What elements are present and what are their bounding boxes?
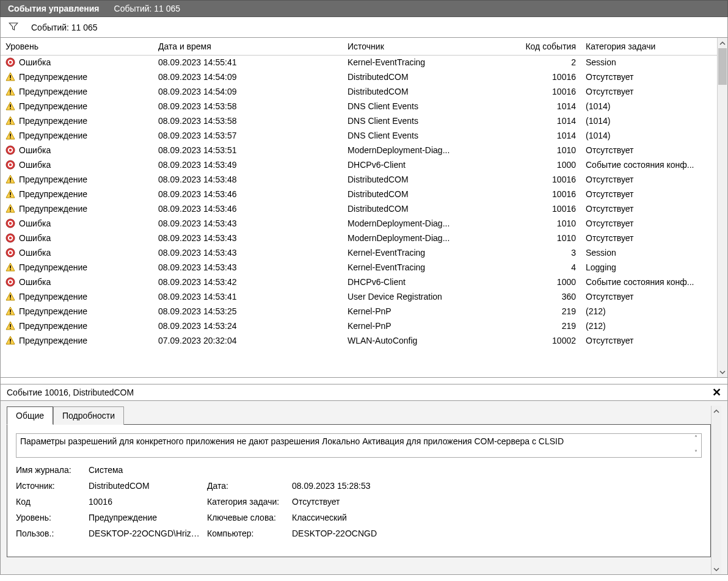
- table-row[interactable]: Ошибка08.09.2023 14:53:42DHCPv6-Client10…: [1, 275, 717, 289]
- level-label: Предупреждение: [19, 189, 87, 199]
- cell-datetime: 07.09.2023 20:32:04: [153, 333, 343, 348]
- description-scroll[interactable]: ˄ ˅: [691, 435, 700, 456]
- cell-category: (1014): [581, 128, 717, 143]
- table-scrollbar[interactable]: [717, 38, 727, 377]
- table-row[interactable]: Предупреждение08.09.2023 14:53:58DNS Cli…: [1, 114, 717, 128]
- table-row[interactable]: Предупреждение08.09.2023 14:53:43Kernel-…: [1, 260, 717, 275]
- table-row[interactable]: Предупреждение08.09.2023 14:53:24Kernel-…: [1, 319, 717, 333]
- cell-datetime: 08.09.2023 14:53:48: [153, 172, 343, 187]
- label-keywords: Ключевые слова:: [207, 513, 289, 522]
- cell-source: ModernDeployment-Diag...: [343, 143, 520, 157]
- tab-details[interactable]: Подробности: [53, 406, 124, 425]
- warning-icon: [5, 189, 15, 199]
- table-row[interactable]: Предупреждение08.09.2023 14:53:46Distrib…: [1, 187, 717, 201]
- table-row[interactable]: Предупреждение07.09.2023 20:32:04WLAN-Au…: [1, 333, 717, 348]
- detail-scroll-down-icon[interactable]: [712, 564, 721, 574]
- cell-code: 360: [520, 289, 581, 304]
- mini-scroll-down-icon[interactable]: ˅: [691, 450, 700, 456]
- cell-source: Kernel-EventTracing: [343, 55, 520, 70]
- cell-category: Отсутствует: [581, 143, 717, 157]
- table-row[interactable]: Ошибка08.09.2023 14:53:43ModernDeploymen…: [1, 231, 717, 245]
- table-row[interactable]: Предупреждение08.09.2023 14:53:48Distrib…: [1, 172, 717, 187]
- event-description: Параметры разрешений для конкретного при…: [20, 436, 564, 446]
- table-row[interactable]: Ошибка08.09.2023 14:53:51ModernDeploymen…: [1, 143, 717, 157]
- cell-code: 1014: [520, 128, 581, 143]
- cell-source: DNS Client Events: [343, 99, 520, 114]
- cell-code: 219: [520, 304, 581, 319]
- warning-icon: [5, 204, 15, 214]
- filter-icon[interactable]: [8, 21, 19, 34]
- table-row[interactable]: Предупреждение08.09.2023 14:53:46Distrib…: [1, 201, 717, 216]
- table-row[interactable]: Предупреждение08.09.2023 14:53:25Kernel-…: [1, 304, 717, 319]
- level-label: Предупреждение: [19, 72, 87, 82]
- cell-category: Событие состояния конф...: [581, 275, 717, 289]
- table-row[interactable]: Предупреждение08.09.2023 14:53:57DNS Cli…: [1, 128, 717, 143]
- cell-code: 10016: [520, 70, 581, 84]
- event-description-box[interactable]: Параметры разрешений для конкретного при…: [16, 433, 702, 458]
- detail-scrollbar[interactable]: [711, 406, 721, 574]
- cell-datetime: 08.09.2023 14:53:46: [153, 187, 343, 201]
- events-table[interactable]: Уровень Дата и время Источник Код событи…: [1, 38, 717, 348]
- col-source[interactable]: Источник: [343, 38, 520, 55]
- cell-category: Отсутствует: [581, 333, 717, 348]
- col-category[interactable]: Категория задачи: [581, 38, 717, 55]
- cell-code: 10016: [520, 84, 581, 99]
- cell-source: Kernel-EventTracing: [343, 260, 520, 275]
- col-level[interactable]: Уровень: [1, 38, 153, 55]
- level-label: Ошибка: [19, 277, 51, 287]
- table-row[interactable]: Предупреждение08.09.2023 14:53:41User De…: [1, 289, 717, 304]
- value-level: Предупреждение: [89, 513, 205, 522]
- cell-source: Kernel-EventTracing: [343, 245, 520, 260]
- level-label: Предупреждение: [19, 292, 87, 301]
- scroll-thumb[interactable]: [718, 48, 727, 85]
- label-date: Дата:: [207, 481, 289, 491]
- warning-icon: [5, 131, 15, 140]
- cell-source: DHCPv6-Client: [343, 275, 520, 289]
- close-icon[interactable]: ✕: [712, 386, 721, 399]
- value-log: Система: [89, 465, 702, 475]
- cell-category: Отсутствует: [581, 70, 717, 84]
- cell-code: 1010: [520, 216, 581, 231]
- cell-source: DNS Client Events: [343, 128, 520, 143]
- detail-body: Общие Подробности Параметры разрешений д…: [0, 401, 728, 575]
- cell-source: DistributedCOM: [343, 84, 520, 99]
- cell-code: 2: [520, 55, 581, 70]
- cell-code: 1000: [520, 275, 581, 289]
- cell-category: Событие состояния конф...: [581, 157, 717, 172]
- tab-general[interactable]: Общие: [7, 406, 53, 425]
- table-row[interactable]: Ошибка08.09.2023 14:53:43Kernel-EventTra…: [1, 245, 717, 260]
- scroll-up-icon[interactable]: [718, 38, 727, 48]
- warning-icon: [5, 87, 15, 96]
- cell-source: DistributedCOM: [343, 187, 520, 201]
- col-code[interactable]: Код события: [520, 38, 581, 55]
- table-row[interactable]: Предупреждение08.09.2023 14:54:09Distrib…: [1, 84, 717, 99]
- table-row[interactable]: Ошибка08.09.2023 14:55:41Kernel-EventTra…: [1, 55, 717, 70]
- cell-code: 1010: [520, 231, 581, 245]
- level-label: Предупреждение: [19, 116, 87, 126]
- col-datetime[interactable]: Дата и время: [153, 38, 343, 55]
- table-header-row: Уровень Дата и время Источник Код событи…: [1, 38, 717, 55]
- cell-source: ModernDeployment-Diag...: [343, 216, 520, 231]
- cell-source: Kernel-PnP: [343, 304, 520, 319]
- warning-icon: [5, 292, 15, 301]
- tab-panel-general: Параметры разрешений для конкретного при…: [7, 424, 711, 557]
- table-row[interactable]: Ошибка08.09.2023 14:53:43ModernDeploymen…: [1, 216, 717, 231]
- mini-scroll-up-icon[interactable]: ˄: [691, 435, 700, 441]
- cell-datetime: 08.09.2023 14:54:09: [153, 70, 343, 84]
- label-level: Уровень:: [16, 513, 86, 522]
- table-row[interactable]: Ошибка08.09.2023 14:53:49DHCPv6-Client10…: [1, 157, 717, 172]
- detail-scroll-up-icon[interactable]: [712, 406, 721, 416]
- cell-source: DNS Client Events: [343, 114, 520, 128]
- warning-icon: [5, 262, 15, 272]
- table-row[interactable]: Предупреждение08.09.2023 14:54:09Distrib…: [1, 70, 717, 84]
- level-label: Ошибка: [19, 218, 51, 228]
- scroll-down-icon[interactable]: [718, 367, 727, 377]
- cell-datetime: 08.09.2023 14:53:57: [153, 128, 343, 143]
- table-row[interactable]: Предупреждение08.09.2023 14:53:58DNS Cli…: [1, 99, 717, 114]
- cell-datetime: 08.09.2023 14:54:09: [153, 84, 343, 99]
- cell-code: 4: [520, 260, 581, 275]
- level-label: Предупреждение: [19, 204, 87, 214]
- cell-code: 3: [520, 245, 581, 260]
- cell-code: 10016: [520, 187, 581, 201]
- cell-category: Session: [581, 245, 717, 260]
